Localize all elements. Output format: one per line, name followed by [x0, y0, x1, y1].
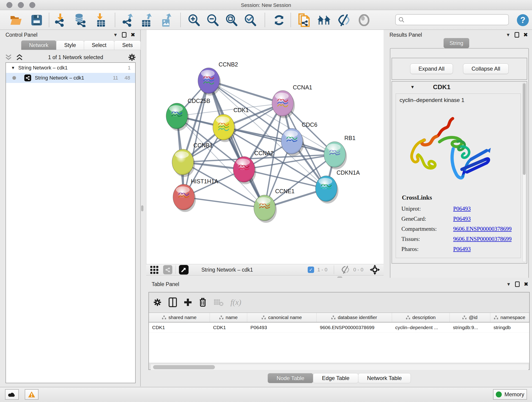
- control-panel-close-icon[interactable]: ✖: [131, 32, 135, 38]
- grid-view-icon[interactable]: [150, 265, 159, 274]
- crosslink-link[interactable]: 9606.ENSP00000378699: [453, 236, 512, 242]
- network-node-CDKN1A[interactable]: CDKN1A: [316, 169, 360, 204]
- save-session-icon[interactable]: [30, 13, 44, 27]
- column-header-id[interactable]: @id: [450, 313, 490, 322]
- network-node-CCNE1[interactable]: CCNE1: [254, 188, 295, 223]
- collapse-all-icon[interactable]: [5, 54, 12, 61]
- results-panel-close-icon[interactable]: ✖: [523, 32, 528, 38]
- table-cell[interactable]: stringdb:9...: [450, 322, 490, 332]
- table-horizontal-scrollbar[interactable]: [151, 364, 528, 370]
- selected-checkbox-icon[interactable]: ✓: [308, 267, 314, 273]
- table-cell[interactable]: cyclin–dependent ...: [392, 322, 450, 332]
- window-title: Session: New Session: [0, 2, 532, 8]
- network-row[interactable]: String Network – cdk1 11 48: [6, 73, 135, 83]
- scrollbar-thumb[interactable]: [153, 365, 215, 369]
- birds-eye-view-icon[interactable]: [370, 265, 380, 275]
- tab-sets[interactable]: Sets: [114, 40, 141, 50]
- control-panel-collapse-icon[interactable]: ▼: [113, 32, 118, 38]
- column-header-namespace[interactable]: namespace: [490, 313, 529, 322]
- delete-column-icon[interactable]: [199, 298, 207, 307]
- cloud-status-button[interactable]: [5, 389, 19, 400]
- gene-collapse-arrow-icon[interactable]: ▼: [410, 85, 415, 89]
- help-icon[interactable]: ?: [516, 13, 530, 27]
- collection-expand-arrow-icon[interactable]: ▼: [11, 65, 15, 70]
- results-panel-float-icon[interactable]: [515, 32, 519, 38]
- network-options-gear-icon[interactable]: [128, 53, 136, 61]
- add-column-icon[interactable]: [184, 298, 192, 306]
- open-in-window-icon[interactable]: [179, 265, 189, 274]
- tab-string[interactable]: String: [443, 38, 469, 48]
- network-node-count: 11: [113, 75, 118, 81]
- import-table-icon[interactable]: [94, 13, 108, 27]
- copy-network-icon[interactable]: [298, 13, 311, 27]
- column-header-name[interactable]: name: [210, 313, 247, 322]
- table-panel-float-icon[interactable]: [515, 281, 520, 287]
- import-network-database-icon[interactable]: [73, 13, 87, 27]
- table-cell[interactable]: 9606.ENSP00000378699: [317, 322, 392, 332]
- network-node-HIST1H1A[interactable]: HIST1H1A: [173, 178, 218, 212]
- network-canvas[interactable]: CCNB2CCNA1CDC25BCDK1CDC6RB1CCNB1CCNA2CDK…: [146, 30, 384, 264]
- column-header-sharedname[interactable]: shared name: [149, 313, 210, 322]
- expand-all-icon[interactable]: [16, 54, 23, 61]
- show-columns-icon[interactable]: [169, 298, 177, 307]
- function-builder-icon: f(x): [230, 298, 241, 307]
- column-header-databaseidentifier[interactable]: database identifier: [317, 313, 392, 322]
- results-scrollbar[interactable]: [522, 83, 526, 262]
- network-node-RB1[interactable]: RB1: [324, 135, 355, 169]
- homes-icon[interactable]: [317, 13, 331, 27]
- hide-unhide-icon[interactable]: [337, 13, 351, 27]
- warning-status-button[interactable]: [25, 389, 38, 400]
- left-splitter-handle[interactable]: [141, 205, 143, 211]
- results-panel-collapse-icon[interactable]: ▼: [506, 32, 510, 38]
- table-row[interactable]: CDK1CDK1P064939606.ENSP00000378699cyclin…: [149, 322, 529, 332]
- crosslink-link[interactable]: P06493: [453, 246, 471, 252]
- export-network-icon[interactable]: [121, 13, 135, 27]
- tab-style[interactable]: Style: [56, 40, 84, 50]
- table-panel-close-icon[interactable]: ✖: [524, 281, 528, 287]
- show-eye-icon[interactable]: [357, 13, 371, 27]
- tab-select[interactable]: Select: [84, 40, 114, 50]
- memory-button[interactable]: Memory: [493, 389, 527, 400]
- zoom-in-icon[interactable]: [187, 13, 201, 27]
- tab-network-table[interactable]: Network Table: [358, 373, 411, 383]
- collapse-all-button[interactable]: Collapse All: [463, 64, 509, 74]
- export-image-icon[interactable]: [159, 13, 173, 27]
- network-node-CCNA1[interactable]: CCNA1: [272, 84, 312, 118]
- search-input[interactable]: [404, 17, 503, 23]
- node-table[interactable]: shared namenamecanonical namedatabase id…: [149, 313, 529, 363]
- table-settings-gear-icon[interactable]: [153, 298, 162, 307]
- zoom-selected-icon[interactable]: [243, 13, 257, 27]
- memory-status-dot-icon: [496, 391, 502, 397]
- open-session-icon[interactable]: [9, 13, 23, 27]
- network-collection-row[interactable]: ▼ String Network – cdk1 1: [6, 63, 135, 73]
- expand-all-button[interactable]: Expand All: [410, 64, 453, 74]
- crosslink-link[interactable]: P06493: [453, 216, 471, 222]
- table-panel-collapse-icon[interactable]: ▼: [506, 282, 511, 287]
- refresh-icon[interactable]: [272, 13, 286, 27]
- network-edge-CCNB2-CCNE1[interactable]: [209, 81, 265, 208]
- search-box[interactable]: [395, 14, 509, 25]
- zoom-fit-icon[interactable]: [225, 13, 238, 27]
- crosslink-link[interactable]: 9606.ENSP00000378699: [453, 226, 512, 232]
- status-bar: Memory: [0, 387, 532, 402]
- column-header-canonicalname[interactable]: canonical name: [247, 313, 317, 322]
- tab-edge-table[interactable]: Edge Table: [313, 373, 358, 383]
- zoom-out-icon[interactable]: [206, 13, 220, 27]
- export-table-icon[interactable]: [140, 13, 153, 27]
- network-name: String Network – cdk1: [35, 75, 113, 81]
- table-cell[interactable]: CDK1: [149, 322, 210, 332]
- protein-structure-image: [405, 114, 497, 190]
- column-header-description[interactable]: description: [392, 313, 450, 322]
- table-cell[interactable]: stringdb: [490, 322, 529, 332]
- import-network-file-icon[interactable]: [53, 13, 67, 27]
- network-node-CCNB1[interactable]: CCNB1: [172, 142, 213, 177]
- network-node-CDC25B[interactable]: CDC25B: [166, 98, 210, 131]
- tab-node-table[interactable]: Node Table: [268, 373, 313, 383]
- table-cell[interactable]: CDK1: [210, 322, 247, 332]
- crosslink-link[interactable]: P06493: [453, 206, 471, 212]
- network-node-CCNA2[interactable]: CCNA2: [233, 150, 274, 184]
- tab-network[interactable]: Network: [21, 40, 56, 50]
- control-panel-float-icon[interactable]: [122, 32, 127, 38]
- network-node-CCNB2[interactable]: CCNB2: [198, 61, 238, 96]
- table-cell[interactable]: P06493: [247, 322, 317, 332]
